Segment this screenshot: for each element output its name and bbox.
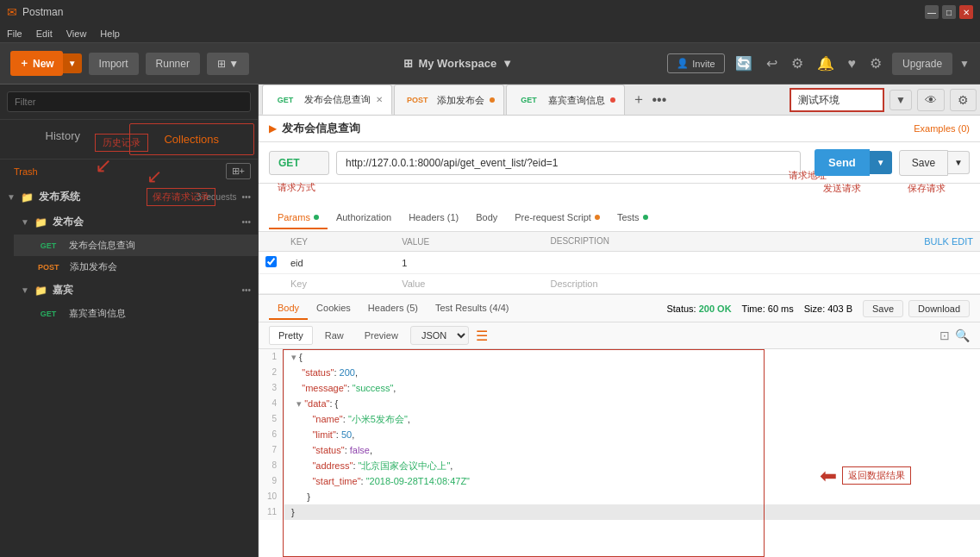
subtab-headers[interactable]: Headers (1) <box>400 207 467 229</box>
import-button[interactable]: Import <box>89 53 139 75</box>
url-input[interactable] <box>336 151 801 175</box>
line-num-10: 10 <box>259 489 284 504</box>
subtab-body[interactable]: Body <box>467 207 506 229</box>
subgroup-menu[interactable]: ••• <box>241 217 251 227</box>
tab-close-0[interactable]: ✕ <box>376 95 383 104</box>
search-icon[interactable]: 🔍 <box>955 329 970 342</box>
invite-button[interactable]: 👤 Invite <box>667 53 724 73</box>
body-tab-raw[interactable]: Raw <box>316 327 353 344</box>
subtab-tests[interactable]: Tests <box>609 207 657 229</box>
add-tab-button[interactable]: ＋ <box>630 89 647 110</box>
expand-arrow: ▶ <box>269 122 277 135</box>
subgroup-menu-2[interactable]: ••• <box>241 285 251 295</box>
line-num-8: 8 <box>259 458 284 473</box>
more-tabs-button[interactable]: ••• <box>651 91 669 110</box>
menu-help[interactable]: Help <box>100 28 120 39</box>
eye-icon[interactable]: 👁 <box>917 89 945 111</box>
environment-select[interactable]: 测试环境 <box>790 88 884 112</box>
sync-icon[interactable]: 🔄 <box>732 52 756 75</box>
menu-edit[interactable]: Edit <box>36 28 53 39</box>
sidebar-tabs: History Collections <box>0 120 258 160</box>
trash-link[interactable]: Trash <box>7 165 45 178</box>
body-tab-pretty[interactable]: Pretty <box>269 326 313 345</box>
minimize-button[interactable]: — <box>925 5 939 19</box>
collection-header-fabusystem[interactable]: ▼ 📁 发布系统 3 requests ••• <box>0 185 258 210</box>
col-description: DESCRIPTION Bulk Edit <box>544 232 980 252</box>
tab-collections[interactable]: Collections <box>129 123 255 155</box>
new-dropdown-button[interactable]: ▼ <box>63 53 82 73</box>
app-title: Postman <box>22 6 63 18</box>
method-select[interactable]: GET <box>269 151 329 175</box>
gear-icon[interactable]: ⚙ <box>866 52 885 75</box>
env-settings-icon[interactable]: ⚙ <box>950 89 977 111</box>
save-button[interactable]: Save <box>899 150 948 176</box>
format-icon[interactable]: ☰ <box>476 328 488 344</box>
upgrade-button[interactable]: Upgrade <box>892 53 952 75</box>
bell-icon[interactable]: 🔔 <box>814 52 838 75</box>
env-dropdown-button[interactable]: ▼ <box>889 90 912 110</box>
status-label: Status: 200 OK <box>666 304 731 314</box>
collection-menu[interactable]: ••• <box>241 192 251 202</box>
subtab-prerequest[interactable]: Pre-request Script <box>506 207 609 229</box>
response-body-tabs: Pretty Raw Preview JSON ☰ ⊡ 🔍 <box>259 322 980 349</box>
response-tabs-bar: Body Cookies Headers (5) Test Results (4… <box>259 295 980 322</box>
param-checkbox-0[interactable] <box>265 256 277 267</box>
maximize-button[interactable]: □ <box>942 5 956 19</box>
request-item-get-jiabin[interactable]: GET 嘉宾查询信息 <box>14 303 258 324</box>
line-content-1: ▾ { <box>284 349 303 365</box>
request-item-post-addfahui[interactable]: POST 添加发布会 <box>14 256 258 278</box>
workspace-name: My Workspace <box>418 57 496 70</box>
copy-icon[interactable]: ⊡ <box>939 329 950 342</box>
response-tab-cookies[interactable]: Cookies <box>308 297 359 320</box>
format-select[interactable]: JSON <box>410 326 469 345</box>
runner-button[interactable]: Runner <box>146 53 200 75</box>
upgrade-dropdown[interactable]: ▼ <box>959 58 970 70</box>
bulk-edit-button[interactable]: Bulk Edit <box>924 236 973 247</box>
subtab-authorization[interactable]: Authorization <box>328 207 400 229</box>
method-badge-post: POST <box>34 262 63 272</box>
menu-view[interactable]: View <box>66 28 87 39</box>
line-num-6: 6 <box>259 427 284 442</box>
response-tab-testresults[interactable]: Test Results (4/4) <box>427 297 518 320</box>
response-download-button[interactable]: Download <box>908 300 970 317</box>
line-num-4: 4 <box>259 396 284 411</box>
request-item-get-fabuhui[interactable]: GET 发布会信息查询 <box>14 235 258 256</box>
toolbar: ＋ New ▼ Import Runner ⊞ ▼ ⊞ My Workspace… <box>0 43 980 84</box>
code-line-5: 5 "name": "小米5发布会", <box>259 411 980 427</box>
close-button[interactable]: ✕ <box>959 5 973 19</box>
body-tab-preview[interactable]: Preview <box>356 327 407 344</box>
collection-header-jiabin[interactable]: ▼ 📁 嘉宾 ••• <box>14 278 258 303</box>
line-content-9: "start_time": "2018-09-28T14:08:47Z" <box>284 473 470 489</box>
settings-icon[interactable]: ⚙ <box>788 52 807 75</box>
line-content-3: "message": "success", <box>284 380 396 396</box>
response-tab-headers[interactable]: Headers (5) <box>359 297 427 320</box>
tab-history[interactable]: History <box>0 120 126 159</box>
search-input[interactable] <box>7 91 251 112</box>
examples-link[interactable]: Examples (0) <box>914 123 970 134</box>
add-collection-button[interactable]: ⊞+ <box>226 163 251 179</box>
method-badge-get: GET <box>34 241 62 251</box>
request-tab-post-fabuhui[interactable]: POST 添加发布会 <box>394 84 504 115</box>
collection-header-fabuhui[interactable]: ▼ 📁 发布会 ••• <box>14 210 258 235</box>
code-line-4: 4 ▾ "data": { <box>259 396 980 411</box>
param-key-placeholder: Key <box>284 274 395 294</box>
param-row-0: eid 1 <box>259 252 980 274</box>
send-button[interactable]: Send <box>815 149 870 176</box>
subtab-params[interactable]: Params <box>269 207 328 229</box>
request-tabs-bar: GET 发布会信息查询 ✕ POST 添加发布会 GET 嘉宾查询信息 ＋ ••… <box>259 84 980 116</box>
request-tab-get-fabuhui[interactable]: GET 发布会信息查询 ✕ <box>262 84 392 115</box>
layout-button[interactable]: ⊞ ▼ <box>207 53 249 75</box>
response-tab-body[interactable]: Body <box>269 297 308 320</box>
line-content-7: "status": false, <box>284 442 372 458</box>
heart-icon[interactable]: ♥ <box>845 53 860 75</box>
new-button[interactable]: ＋ New <box>10 51 63 76</box>
request-tab-get-jiabin[interactable]: GET 嘉宾查询信息 <box>506 84 625 115</box>
code-line-9: 9 "start_time": "2018-09-28T14:08:47Z" <box>259 473 980 489</box>
send-dropdown-button[interactable]: ▼ <box>870 151 892 174</box>
workspace-dropdown-icon[interactable]: ▼ <box>502 57 513 70</box>
history-icon[interactable]: ↩ <box>763 52 781 75</box>
response-save-button[interactable]: Save <box>863 300 903 317</box>
menu-file[interactable]: File <box>7 28 22 39</box>
save-dropdown-button[interactable]: ▼ <box>948 151 970 174</box>
tab-dot-orange <box>490 97 495 103</box>
